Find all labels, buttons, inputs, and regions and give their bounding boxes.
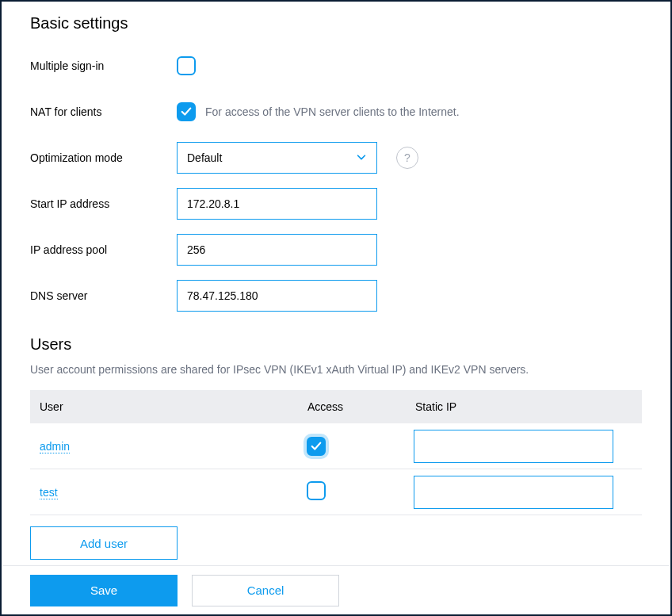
check-icon — [311, 441, 322, 452]
table-row: test — [30, 469, 642, 515]
footer: Save Cancel — [3, 565, 669, 614]
start-ip-label: Start IP address — [30, 197, 177, 210]
col-staticip-header: Static IP — [415, 400, 642, 413]
nat-checkbox[interactable] — [177, 102, 196, 121]
optimization-select[interactable]: Default — [177, 142, 377, 174]
access-checkbox[interactable] — [307, 437, 326, 456]
save-button[interactable]: Save — [30, 575, 178, 606]
static-ip-input[interactable] — [414, 430, 613, 463]
ip-pool-label: IP address pool — [30, 243, 177, 256]
nat-label: NAT for clients — [30, 105, 177, 118]
users-hint: User account permissions are shared for … — [30, 363, 642, 376]
user-link[interactable]: test — [40, 486, 58, 499]
table-row: admin — [30, 423, 642, 469]
basic-settings-title: Basic settings — [30, 14, 642, 33]
chevron-down-icon — [356, 151, 367, 165]
optimization-value: Default — [187, 151, 222, 164]
help-icon[interactable]: ? — [396, 147, 418, 169]
start-ip-input[interactable] — [177, 188, 377, 220]
optimization-label: Optimization mode — [30, 151, 177, 164]
dns-input[interactable] — [177, 280, 377, 312]
dns-label: DNS server — [30, 289, 177, 302]
cancel-button[interactable]: Cancel — [192, 575, 339, 606]
static-ip-input[interactable] — [414, 476, 613, 509]
check-icon — [181, 106, 192, 117]
users-title: Users — [30, 335, 642, 354]
ip-pool-input[interactable] — [177, 234, 377, 266]
add-user-button[interactable]: Add user — [30, 526, 178, 560]
access-checkbox[interactable] — [307, 481, 326, 500]
col-access-header: Access — [307, 400, 415, 413]
users-table: User Access Static IP admintest — [30, 390, 642, 515]
users-table-header: User Access Static IP — [30, 390, 642, 423]
col-user-header: User — [30, 400, 307, 413]
multiple-signin-checkbox[interactable] — [177, 56, 196, 75]
nat-hint: For access of the VPN server clients to … — [205, 105, 460, 118]
user-link[interactable]: admin — [40, 440, 70, 453]
multiple-signin-label: Multiple sign-in — [30, 59, 177, 72]
